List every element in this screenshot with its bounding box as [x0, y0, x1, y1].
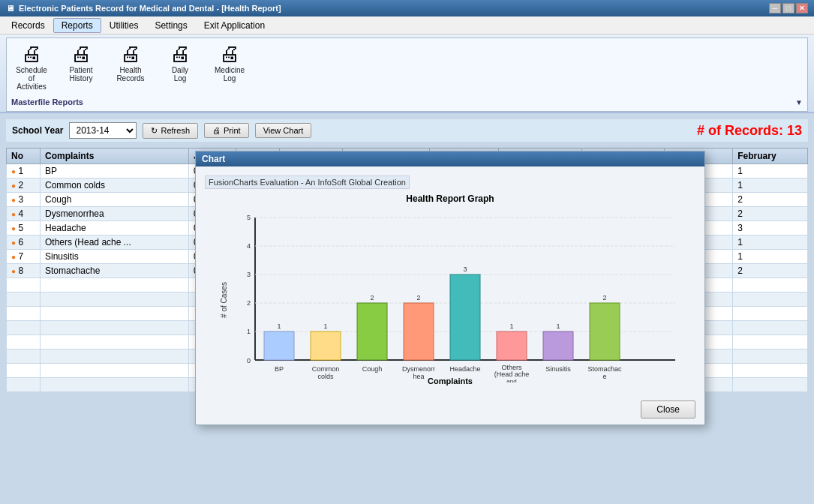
chart-x-label: Complaints	[205, 376, 695, 386]
bar-stomachache	[590, 303, 620, 360]
cell-no: ● 6	[7, 236, 41, 250]
col-complaints: Complaints	[41, 148, 189, 164]
cell-february: 2	[733, 193, 808, 207]
cell-no: ● 1	[7, 164, 41, 178]
schedule-label: Schedule of Activities	[14, 66, 50, 91]
cell-no: ● 2	[7, 178, 41, 193]
school-year-label: School Year	[12, 125, 63, 136]
chart-header-text: FusionCharts Evaluation - An InfoSoft Gl…	[205, 176, 410, 189]
svg-text:1: 1	[277, 322, 281, 330]
svg-text:BP: BP	[275, 365, 284, 373]
col-february: February	[733, 148, 808, 164]
svg-text:2: 2	[247, 299, 251, 307]
toolbar-section-label: Masterfile Reports ▼	[8, 98, 806, 110]
menu-exit[interactable]: Exit Application	[196, 18, 273, 33]
health-records-label: Health Records	[116, 66, 144, 82]
view-chart-button[interactable]: View Chart	[255, 123, 312, 138]
cell-complaint: Cough	[41, 193, 189, 207]
toolbar-daily-log[interactable]: 🖨 Daily Log	[157, 40, 203, 94]
close-button[interactable]: ✕	[796, 3, 808, 14]
school-year-select[interactable]: 2013-14 2014-15 2015-16	[69, 122, 137, 139]
controls-row: School Year 2013-14 2014-15 2015-16 ↻ Re…	[6, 119, 808, 142]
svg-text:1: 1	[323, 322, 327, 330]
printer-icon-4: 🖨	[170, 44, 191, 64]
svg-text:colds: colds	[317, 373, 334, 380]
svg-text:2: 2	[416, 294, 420, 302]
svg-text:1: 1	[556, 322, 560, 330]
print-button[interactable]: 🖨 Print	[204, 123, 249, 138]
cell-complaint: Stomachache	[41, 264, 189, 278]
printer-icon-3: 🖨	[120, 44, 141, 64]
window-title: Electronic Patients Record for Medical a…	[19, 4, 281, 13]
cell-complaint: Sinusitis	[41, 250, 189, 264]
svg-text:Stomachac: Stomachac	[587, 365, 622, 373]
cell-february: 3	[733, 221, 808, 236]
title-bar: 🖥 Electronic Patients Record for Medical…	[0, 0, 814, 16]
daily-log-label: Daily Log	[172, 66, 188, 82]
svg-text:5: 5	[247, 214, 251, 221]
menu-records[interactable]: Records	[3, 18, 53, 33]
records-count-display: # of Records: 13	[697, 123, 802, 139]
svg-text:Headache: Headache	[449, 365, 480, 373]
cell-complaint: BP	[41, 164, 189, 178]
print-icon: 🖨	[212, 126, 221, 135]
toolbar-schedule-activities[interactable]: 🖨 Schedule of Activities	[8, 40, 55, 94]
svg-text:0: 0	[247, 357, 251, 364]
svg-text:3: 3	[463, 266, 467, 273]
svg-text:2: 2	[370, 294, 374, 302]
window-controls[interactable]: ─ □ ✕	[769, 3, 808, 14]
bar-sinusitis	[543, 332, 573, 360]
toolbar-patient-history[interactable]: 🖨 Patient History	[58, 40, 104, 94]
svg-text:Common: Common	[312, 365, 340, 373]
chart-title-bar: Chart	[196, 152, 704, 166]
menu-reports[interactable]: Reports	[53, 18, 101, 33]
svg-text:e: e	[602, 373, 606, 380]
cell-february: 1	[733, 250, 808, 264]
chart-close-button[interactable]: Close	[641, 400, 695, 418]
cell-complaint: Common colds	[41, 178, 189, 193]
chart-title: Chart	[202, 154, 225, 164]
toolbar-icons: 🖨 Schedule of Activities 🖨 Patient Histo…	[8, 40, 806, 98]
bar-headache	[450, 274, 480, 360]
menu-bar: Records Reports Utilities Settings Exit …	[0, 16, 814, 34]
svg-text:hea: hea	[413, 373, 424, 380]
svg-text:and: and	[506, 378, 516, 382]
refresh-button[interactable]: ↻ Refresh	[143, 123, 198, 139]
cell-no: ● 3	[7, 193, 41, 207]
maximize-button[interactable]: □	[782, 3, 794, 14]
col-no: No	[7, 148, 41, 164]
toolbar: 🖨 Schedule of Activities 🖨 Patient Histo…	[0, 34, 814, 113]
printer-icon: 🖨	[21, 44, 42, 64]
svg-text:Dysmenorr: Dysmenorr	[402, 365, 435, 373]
toolbar-health-records[interactable]: 🖨 Health Records	[107, 40, 154, 94]
cell-february: 2	[733, 207, 808, 221]
cell-no: ● 8	[7, 264, 41, 278]
bar-others	[497, 332, 527, 360]
svg-text:1: 1	[247, 328, 251, 335]
chart-graph-title: Health Report Graph	[205, 194, 695, 204]
toolbar-expand-icon: ▼	[795, 98, 803, 106]
toolbar-medicine-log[interactable]: 🖨 Medicine Log	[206, 40, 253, 94]
svg-text:2: 2	[602, 294, 606, 302]
svg-text:Sinusitis: Sinusitis	[545, 365, 571, 373]
svg-text:Cough: Cough	[362, 365, 383, 373]
cell-no: ● 7	[7, 250, 41, 264]
chart-footer: Close	[196, 394, 704, 424]
cell-no: ● 5	[7, 221, 41, 236]
menu-utilities[interactable]: Utilities	[101, 18, 147, 33]
cell-no: ● 4	[7, 207, 41, 221]
app-icon: 🖥	[6, 4, 14, 13]
menu-settings[interactable]: Settings	[146, 18, 195, 33]
minimize-button[interactable]: ─	[769, 3, 781, 14]
svg-text:(Head ache: (Head ache	[494, 370, 530, 378]
cell-complaint: Dysmenorrhea	[41, 207, 189, 221]
svg-text:3: 3	[247, 271, 251, 278]
patient-history-label: Patient History	[69, 66, 92, 82]
chart-body: FusionCharts Evaluation - An InfoSoft Gl…	[196, 166, 704, 394]
medicine-log-label: Medicine Log	[215, 66, 245, 82]
chart-svg: # of Cases 0 1 2	[218, 210, 683, 382]
refresh-icon: ↻	[151, 126, 158, 136]
cell-complaint: Headache	[41, 221, 189, 236]
bar-bp	[264, 332, 294, 360]
main-content: School Year 2013-14 2014-15 2015-16 ↻ Re…	[0, 113, 814, 504]
